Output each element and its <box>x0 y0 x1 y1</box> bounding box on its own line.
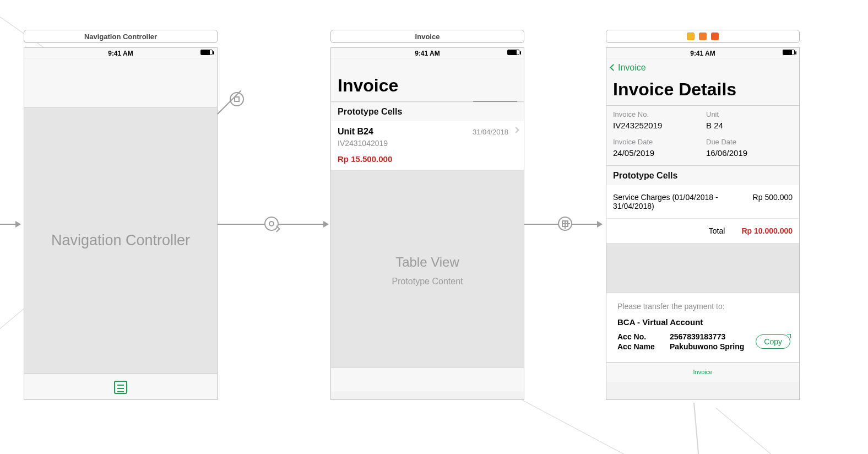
scene-label-details[interactable] <box>606 30 800 43</box>
info-item: Due Date 16/06/2019 <box>706 138 793 158</box>
info-item: Invoice No. IV243252019 <box>613 110 699 130</box>
acc-no-label: Acc No. <box>617 332 670 341</box>
status-time: 9:41 AM <box>108 50 133 57</box>
tab-bar <box>24 374 217 400</box>
info-label: Unit <box>706 110 793 118</box>
cell-date: 31/04/2018 <box>473 128 508 136</box>
payment-box: Please transfer the payment to: BCA - Vi… <box>606 293 799 362</box>
table-subtitle: Prototype Content <box>392 277 463 287</box>
cell-price: Rp 15.500.000 <box>338 154 517 164</box>
info-label: Due Date <box>706 138 793 146</box>
first-responder-icon[interactable] <box>699 33 707 40</box>
phone-invoice-list[interactable]: 9:41 AM Invoice Prototype Cells Unit B24… <box>330 47 524 400</box>
toolbar <box>331 367 524 391</box>
segue-present-icon[interactable] <box>558 217 572 231</box>
chevron-left-icon <box>610 64 617 71</box>
page-title: Invoice <box>338 75 517 96</box>
info-label: Invoice No. <box>613 110 699 118</box>
back-button[interactable]: Invoice <box>611 63 646 73</box>
title-underline <box>473 101 517 102</box>
charge-desc: Service Charges (01/04/2018 - 31/04/2018… <box>613 193 723 210</box>
status-bar: 9:41 AM <box>606 48 799 59</box>
scene-label-text: Navigation Controller <box>84 33 157 41</box>
outlet-warning-icon[interactable] <box>687 33 695 40</box>
copy-button[interactable]: Copy <box>756 334 790 349</box>
back-label: Invoice <box>618 63 646 73</box>
info-value: 16/06/2019 <box>706 148 793 158</box>
total-label: Total <box>709 226 725 235</box>
invoice-info-grid: Invoice No. IV243252019 Unit B 24 Invoic… <box>606 106 799 166</box>
status-bar: 9:41 AM <box>331 48 524 59</box>
table-title: Table View <box>395 255 459 270</box>
section-header: Prototype Cells <box>331 102 524 121</box>
scene-label-invoice[interactable]: Invoice <box>330 30 524 43</box>
nav-bar: Invoice <box>606 59 799 73</box>
payment-instruction: Please transfer the payment to: <box>617 302 791 311</box>
page-title: Invoice Details <box>613 79 793 100</box>
info-label: Invoice Date <box>613 138 699 146</box>
info-value: IV243252019 <box>613 121 699 130</box>
scene-label-nav[interactable]: Navigation Controller <box>24 30 218 43</box>
acc-name-label: Acc Name <box>617 342 670 351</box>
invoice-cell[interactable]: Unit B24 IV2431042019 Rp 15.500.000 31/0… <box>331 121 524 171</box>
charge-amount: Rp 500.000 <box>753 193 793 210</box>
acc-name-value: Pakubuwono Spring <box>670 342 744 351</box>
charge-cell[interactable]: Service Charges (01/04/2018 - 31/04/2018… <box>606 185 799 219</box>
total-row: Total Rp 10.000.000 <box>606 219 799 244</box>
info-item: Invoice Date 24/05/2019 <box>613 138 699 158</box>
tab-bar[interactable]: Invoice <box>606 362 799 382</box>
storyboard-canvas[interactable]: Navigation Controller 9:41 AM Navigation… <box>0 0 868 454</box>
segue-root-icon[interactable] <box>264 217 279 231</box>
info-value: 24/05/2019 <box>613 148 699 158</box>
exit-icon[interactable] <box>711 33 719 40</box>
phone-nav-controller[interactable]: 9:41 AM Navigation Controller <box>24 47 218 400</box>
acc-no-value: 2567839183773 <box>670 332 725 341</box>
battery-icon <box>200 50 213 55</box>
bg-line <box>693 403 707 454</box>
nav-placeholder-text: Navigation Controller <box>51 232 190 249</box>
phone-invoice-details[interactable]: 9:41 AM Invoice Invoice Details Invoice … <box>606 47 800 400</box>
cell-invoice-id: IV2431042019 <box>338 139 517 148</box>
info-value: B 24 <box>706 121 793 130</box>
status-time: 9:41 AM <box>415 50 440 57</box>
info-item: Unit B 24 <box>706 110 793 130</box>
tab-label: Invoice <box>693 369 713 375</box>
section-header: Prototype Cells <box>606 166 799 185</box>
segue-arrow <box>0 224 20 225</box>
scene-label-text: Invoice <box>415 33 440 41</box>
list-icon[interactable] <box>114 381 127 394</box>
nav-bar-placeholder <box>24 59 217 107</box>
total-value: Rp 10.000.000 <box>741 226 793 235</box>
bg-line <box>716 408 843 454</box>
battery-icon <box>507 50 519 55</box>
table-view-placeholder: Table View Prototype Content <box>331 174 524 367</box>
payment-bank: BCA - Virtual Account <box>617 317 791 327</box>
status-bar: 9:41 AM <box>24 48 217 59</box>
nav-large-title: Invoice Details <box>606 73 799 106</box>
nav-large-title: Invoice <box>331 59 524 102</box>
battery-icon <box>783 50 795 55</box>
nav-body: Navigation Controller <box>24 107 217 374</box>
spacer <box>606 244 799 293</box>
status-time: 9:41 AM <box>690 50 715 57</box>
